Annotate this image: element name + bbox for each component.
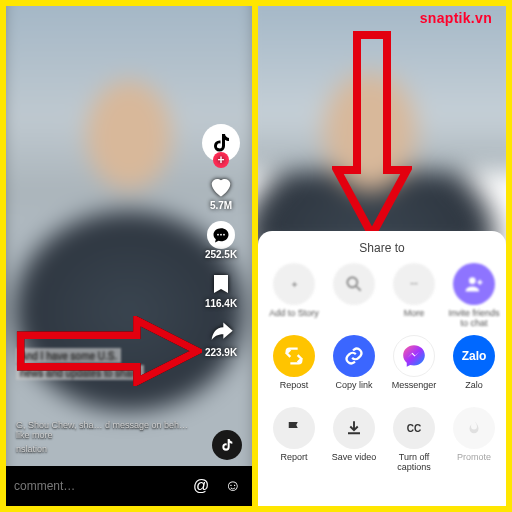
outer-frame (0, 0, 512, 512)
